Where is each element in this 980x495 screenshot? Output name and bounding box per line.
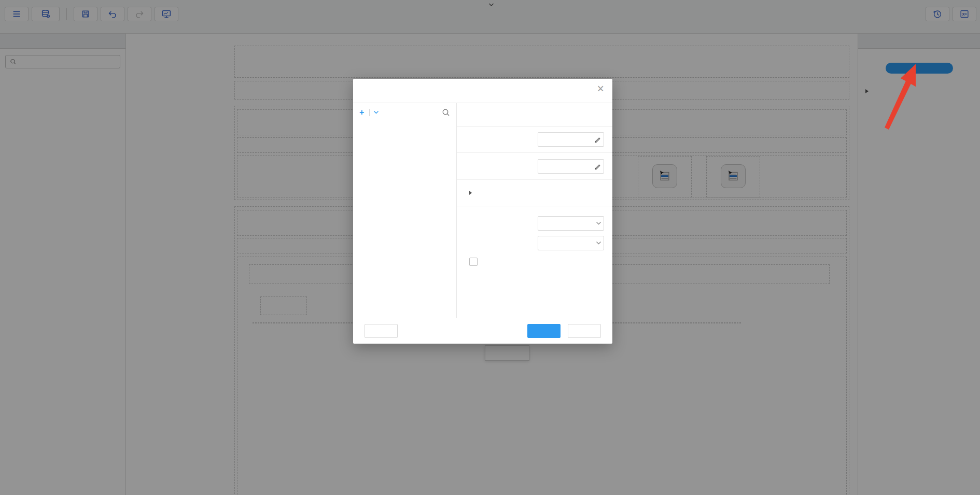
title-input[interactable] [538, 132, 604, 147]
icon-section-toggle[interactable] [457, 180, 612, 206]
chevron-down-icon[interactable] [373, 110, 379, 115]
cancel-button[interactable] [568, 324, 601, 338]
app-window: X= [0, 0, 980, 495]
set-menu-items-dialog: × + [353, 79, 612, 344]
content-input[interactable] [538, 159, 604, 174]
dialog-tabs [457, 103, 612, 126]
title-field-row [457, 126, 612, 153]
list-toolbar: + [353, 103, 456, 122]
display-field-row [457, 214, 612, 233]
enable-field-row [457, 233, 612, 253]
plus-icon: + [359, 108, 364, 117]
list-search-icon[interactable] [442, 108, 450, 117]
pencil-icon [594, 163, 601, 172]
chevron-down-icon [596, 221, 601, 225]
menu-item-list-panel: + [353, 103, 457, 318]
ok-button[interactable] [527, 324, 561, 338]
menu-item-detail-panel [457, 103, 612, 318]
divider [369, 109, 370, 116]
allow-check-row [457, 253, 612, 271]
pencil-icon [594, 136, 601, 145]
dialog-header: × [353, 79, 612, 103]
add-menu-item-button[interactable]: + [359, 108, 366, 117]
dialog-footer [353, 318, 612, 344]
content-field-row [457, 153, 612, 180]
allow-check-checkbox[interactable] [469, 258, 478, 266]
close-icon[interactable]: × [597, 83, 604, 95]
enable-select[interactable] [538, 236, 604, 250]
triangle-right-icon [469, 191, 472, 195]
display-select[interactable] [538, 216, 604, 231]
reset-button[interactable] [365, 324, 398, 338]
chevron-down-icon [596, 241, 601, 245]
